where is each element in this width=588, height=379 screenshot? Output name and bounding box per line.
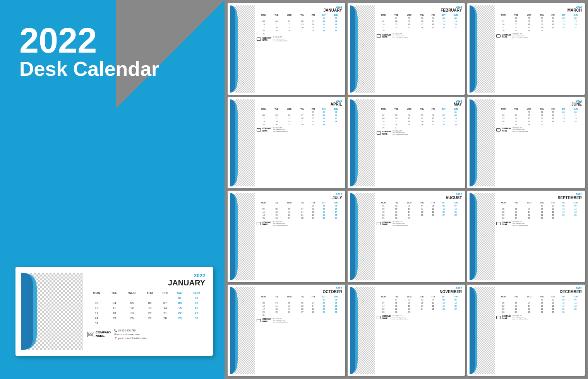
- cal-day: 28: [522, 217, 536, 220]
- mini-cal-4: MON TUE WED THU FRI SAT SUN 010203040506…: [377, 108, 462, 129]
- cal-day: 19: [569, 117, 582, 120]
- mini-logo-4: [377, 131, 381, 135]
- cal-day: [510, 204, 522, 207]
- cal-day: 11: [271, 304, 283, 307]
- cal-day: 21: [377, 307, 391, 311]
- company-logo: COMPANYNAME: [87, 331, 111, 338]
- mini-company-name-11: COMPANYNAME: [502, 315, 511, 319]
- cal-day: 23: [548, 307, 558, 311]
- cal-day: 12: [558, 20, 569, 23]
- company-name: COMPANYNAME: [96, 331, 111, 338]
- cal-day: [438, 29, 449, 32]
- col-mon: MON: [257, 201, 271, 204]
- cal-day: 04: [257, 207, 271, 210]
- month-photo-6: [230, 193, 255, 280]
- cal-day: 29: [309, 123, 318, 126]
- col-thu: THU: [536, 14, 549, 17]
- cal-day: [283, 298, 297, 301]
- month-card-december: 2022 DECEMBER MON TUE WED THU FRI SAT SU…: [467, 285, 585, 376]
- cal-day: 05: [438, 17, 449, 20]
- cal-day: 29: [522, 123, 536, 126]
- preview-cal-day: 19: [122, 311, 141, 316]
- cal-day: 03: [536, 17, 549, 20]
- cal-day: [449, 217, 462, 220]
- cal-day: 22: [318, 26, 330, 29]
- mini-company-name-5: COMPANYNAME: [502, 128, 511, 132]
- cal-day: 18: [402, 120, 416, 123]
- cal-day: [377, 17, 391, 20]
- cal-day: 04: [429, 298, 438, 301]
- cal-day: [438, 311, 449, 314]
- cal-day: 13: [510, 304, 522, 307]
- cal-day: 16: [377, 120, 391, 123]
- cal-day: 09: [548, 301, 558, 304]
- cal-day: 22: [536, 213, 549, 217]
- cal-day: 26: [496, 311, 510, 314]
- mini-logo-1: [377, 34, 381, 38]
- cal-day: 06: [449, 298, 462, 301]
- cal-day: 28: [377, 311, 391, 314]
- cal-day: 05: [429, 204, 438, 207]
- col-tue: TUE: [510, 201, 522, 204]
- cal-day: 19: [283, 26, 297, 29]
- cal-day: 24: [536, 26, 549, 29]
- cal-day: 25: [257, 123, 271, 126]
- cal-day: 20: [449, 304, 462, 307]
- cal-day: 30: [402, 311, 416, 314]
- preview-cal-day: [106, 321, 123, 326]
- cal-day: 02: [522, 17, 536, 20]
- col-tue: TUE: [271, 295, 283, 298]
- month-photo-4: [350, 99, 375, 187]
- cal-day: 09: [377, 117, 391, 120]
- preview-cal-day: 29: [172, 316, 188, 321]
- cal-day: 23: [329, 307, 342, 311]
- cal-day: [569, 29, 582, 32]
- cal-day: [283, 17, 297, 20]
- cal-day: 09: [548, 207, 558, 210]
- mini-footer-6: COMPANYNAME 00 123 456 789 your mailname…: [257, 221, 342, 227]
- cal-day: 15: [377, 210, 391, 213]
- cal-day: 03: [329, 204, 342, 207]
- preview-cal-day: 08: [172, 300, 188, 306]
- cal-day: 16: [329, 23, 342, 26]
- preview-cal-day: 21: [158, 311, 172, 316]
- cal-day: 16: [329, 304, 342, 307]
- col-tue: TUE: [510, 14, 522, 17]
- cal-day: 09: [390, 207, 402, 210]
- cal-day: [318, 314, 330, 317]
- cal-day: 31: [390, 126, 402, 129]
- cal-day: [257, 111, 271, 114]
- col-fri: FRI: [548, 295, 558, 298]
- preview-cal-day: 02: [188, 295, 205, 300]
- cal-day: 09: [318, 114, 330, 117]
- cal-day: 30: [536, 123, 549, 126]
- month-photo-1: [350, 5, 375, 93]
- cal-day: [329, 314, 342, 317]
- cal-day: 07: [449, 204, 462, 207]
- cal-day: 21: [296, 213, 309, 217]
- cal-day: 19: [271, 213, 283, 217]
- cal-day: 01: [522, 111, 536, 114]
- cal-day: 31: [257, 314, 271, 317]
- cal-day: 06: [283, 114, 297, 117]
- preview-cal-day: 04: [106, 300, 123, 306]
- cal-day: 30: [548, 311, 558, 314]
- col-sat: SAT: [438, 14, 449, 17]
- col-sat: SAT: [318, 108, 330, 111]
- cal-day: [283, 32, 297, 35]
- cal-day: 14: [522, 210, 536, 213]
- month-card-november: 2022 NOVEMBER MON TUE WED THU FRI SAT SU…: [348, 285, 465, 376]
- right-panel: 2022 JANUARY MON TUE WED THU FRI SAT SUN…: [225, 0, 588, 379]
- cal-day: 12: [283, 23, 297, 26]
- cal-day: 17: [558, 304, 569, 307]
- mini-cal-1: MON TUE WED THU FRI SAT SUN 010203040506…: [377, 14, 462, 32]
- mini-company-name-6: COMPANYNAME: [262, 222, 271, 226]
- cal-day: 13: [569, 20, 582, 23]
- cal-day: 13: [296, 23, 309, 26]
- col-sat: SAT: [318, 14, 330, 17]
- cal-day: [522, 204, 536, 207]
- preview-cal-day: [122, 321, 141, 326]
- cal-day: 25: [569, 307, 582, 311]
- cal-day: 08: [318, 20, 330, 23]
- col-mon: MON: [257, 108, 271, 111]
